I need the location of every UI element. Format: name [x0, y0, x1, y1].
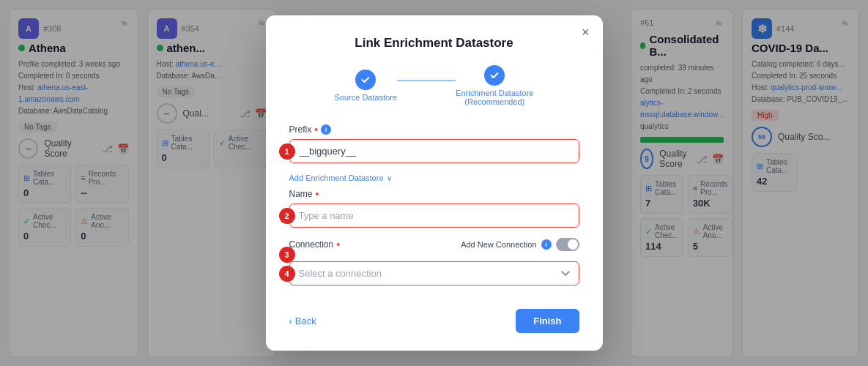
step-badge-1: 1	[279, 143, 295, 160]
add-connection-toggle[interactable]	[556, 238, 579, 251]
name-input[interactable]	[289, 203, 579, 228]
toggle-knob	[568, 239, 578, 250]
connection-select[interactable]: Select a connection	[289, 261, 579, 285]
step-2-circle	[484, 65, 505, 86]
modal-overlay: × Link Enrichment Datastore Source Datas…	[0, 0, 868, 366]
add-connection-row: Add New Connection i	[461, 238, 579, 251]
connection-header-row: Connection • Add New Connection i	[289, 238, 579, 251]
step-badge-4: 4	[279, 266, 295, 282]
step-source: Source Datastore	[335, 70, 398, 102]
step-connector	[397, 80, 456, 81]
connection-label: Connection •	[289, 239, 341, 250]
name-group: Name • 2	[289, 188, 579, 228]
back-button[interactable]: ‹ Back	[289, 315, 316, 326]
prefix-label: Prefix • i	[289, 124, 579, 135]
required-indicator: •	[314, 124, 318, 135]
connection-group: Connection • Add New Connection i 3	[289, 238, 579, 251]
back-arrow-icon: ‹	[289, 315, 292, 326]
required-indicator-conn: •	[336, 239, 340, 250]
modal-title: Link Enrichment Datastore	[289, 36, 579, 51]
step-2-label: Enrichment Datastore (Recommended)	[456, 89, 533, 106]
modal-close-button[interactable]: ×	[582, 26, 590, 39]
add-connection-label: Add New Connection	[461, 240, 536, 249]
modal-stepper: Source Datastore Enrichment Datastore (R…	[289, 65, 579, 106]
modal-dialog: × Link Enrichment Datastore Source Datas…	[266, 15, 603, 351]
step-1-circle	[355, 70, 376, 90]
prefix-group: Prefix • i 1	[289, 124, 579, 163]
modal-footer: ‹ Back Finish	[289, 300, 579, 333]
add-enrichment-section[interactable]: Add Enrichment Datastore	[289, 173, 579, 182]
step-1-label: Source Datastore	[335, 93, 398, 102]
required-indicator-name: •	[316, 188, 319, 200]
step-badge-2: 2	[279, 208, 295, 224]
check-icon-step2	[489, 70, 500, 81]
select-group: 4 Select a connection	[289, 261, 579, 285]
info-icon-connection[interactable]: i	[541, 239, 552, 250]
check-icon-step1	[360, 75, 371, 85]
name-label: Name •	[289, 188, 579, 200]
step-enrichment: Enrichment Datastore (Recommended)	[456, 65, 533, 106]
step-badge-3: 3	[279, 247, 295, 263]
prefix-input[interactable]	[289, 139, 579, 163]
info-icon-prefix[interactable]: i	[321, 124, 331, 135]
finish-button[interactable]: Finish	[516, 309, 579, 333]
